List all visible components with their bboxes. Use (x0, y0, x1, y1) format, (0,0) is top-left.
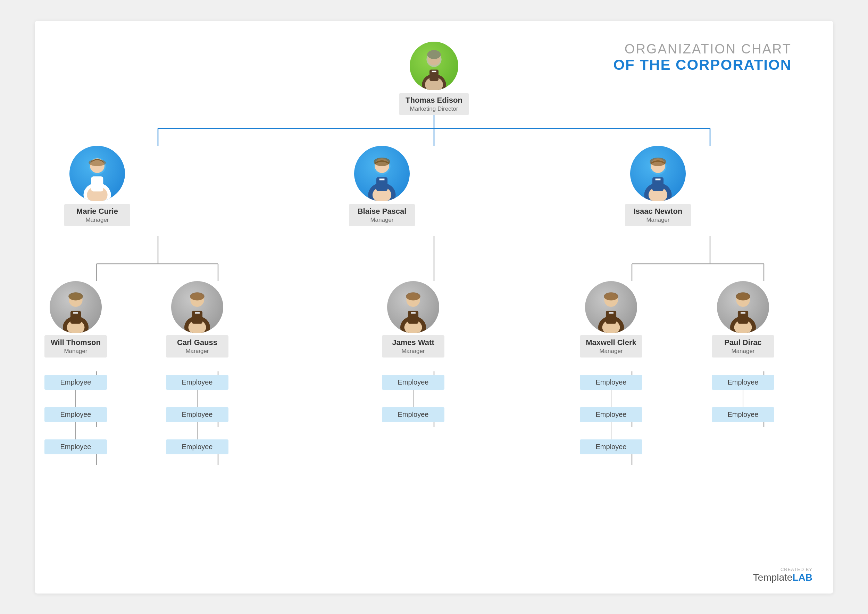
will-person-icon (55, 289, 96, 333)
ceo-role: Marketing Director (404, 105, 464, 112)
watermark: CREATED BY TemplateLAB (753, 567, 812, 583)
isaac-role: Manager (629, 217, 687, 223)
will-emp-3: Employee (45, 439, 107, 454)
marie-name: Marie Curie (68, 207, 126, 216)
james-name-card: James Watt Manager (382, 335, 444, 358)
maxwell-name: Maxwell Clerk (584, 338, 638, 347)
blaise-person-icon (360, 154, 404, 201)
svg-point-39 (89, 159, 106, 166)
brand-text: TemplateLAB (753, 572, 812, 583)
manager-marie-node: Marie Curie Manager (64, 146, 130, 226)
svg-point-77 (604, 292, 618, 300)
blaise-role: Manager (353, 217, 411, 223)
manager-isaac-node: Isaac Newton Manager (625, 146, 691, 226)
carl-emp-line-2 (197, 422, 197, 439)
maxwell-avatar (585, 281, 637, 333)
isaac-person-icon (636, 154, 680, 201)
james-name: James Watt (386, 338, 440, 347)
will-role: Manager (49, 348, 103, 355)
svg-point-59 (68, 292, 83, 300)
carl-emp-1: Employee (166, 375, 228, 390)
marie-name-card: Marie Curie Manager (64, 204, 130, 226)
carl-person-icon (176, 289, 218, 333)
ceo-node: Thomas Edison Marketing Director (399, 42, 469, 115)
svg-rect-57 (73, 312, 78, 314)
carl-role: Manager (170, 348, 224, 355)
svg-rect-63 (195, 312, 200, 314)
ceo-name-card: Thomas Edison Marketing Director (399, 93, 469, 115)
isaac-avatar (630, 146, 686, 201)
james-employees: Employee Employee (382, 375, 444, 422)
carl-name-card: Carl Gauss Manager (166, 335, 228, 358)
james-emp-1: Employee (382, 375, 444, 390)
svg-point-53 (650, 158, 666, 166)
svg-rect-44 (379, 178, 385, 180)
maxwell-role: Manager (584, 348, 638, 355)
svg-rect-81 (741, 312, 745, 314)
svg-rect-75 (609, 312, 613, 314)
isaac-name: Isaac Newton (629, 207, 687, 216)
james-emp-line-1 (413, 390, 413, 407)
paul-avatar (717, 281, 769, 333)
title-line1: ORGANIZATION CHART (613, 42, 792, 57)
svg-point-65 (190, 292, 205, 300)
submanager-paul-node: Paul Dirac Manager Employee Employee (712, 281, 774, 422)
svg-rect-69 (411, 312, 416, 314)
paul-emp-1: Employee (712, 375, 774, 390)
maxwell-emp-2: Employee (580, 407, 642, 422)
will-name-card: Will Thomson Manager (45, 335, 107, 358)
ceo-person-icon (415, 49, 453, 90)
blaise-name-card: Blaise Pascal Manager (349, 204, 415, 226)
carl-emp-line-1 (197, 390, 197, 407)
brand-lab: LAB (792, 572, 812, 583)
marie-person-icon (75, 154, 120, 201)
james-person-icon (392, 289, 434, 333)
marie-role: Manager (68, 217, 126, 223)
paul-person-icon (722, 289, 764, 333)
ceo-avatar (410, 42, 458, 90)
page: ORGANIZATION CHART OF THE CORPORATION CR… (35, 21, 833, 594)
marie-avatar (70, 146, 125, 201)
maxwell-emp-line-2 (611, 422, 612, 439)
will-emp-2: Employee (45, 407, 107, 422)
svg-point-83 (736, 292, 750, 300)
carl-employees: Employee Employee Employee (166, 375, 228, 454)
maxwell-employees: Employee Employee Employee (580, 375, 642, 454)
manager-blaise-node: Blaise Pascal Manager (349, 146, 415, 226)
maxwell-emp-line-1 (611, 390, 612, 407)
maxwell-name-card: Maxwell Clerk Manager (580, 335, 642, 358)
submanager-maxwell-node: Maxwell Clerk Manager Employee Employee … (580, 281, 642, 454)
james-emp-2: Employee (382, 407, 444, 422)
svg-rect-51 (655, 178, 661, 180)
blaise-avatar (354, 146, 410, 201)
svg-rect-31 (432, 71, 436, 72)
title-line2: OF THE CORPORATION (613, 57, 792, 73)
james-role: Manager (386, 348, 440, 355)
will-avatar (50, 281, 102, 333)
blaise-name: Blaise Pascal (353, 207, 411, 216)
maxwell-emp-3: Employee (580, 439, 642, 454)
will-emp-line-2 (75, 422, 76, 439)
james-avatar (387, 281, 439, 333)
created-by-text: CREATED BY (753, 567, 812, 572)
paul-role: Manager (716, 348, 770, 355)
will-employees: Employee Employee Employee (45, 375, 107, 454)
submanager-carl-node: Carl Gauss Manager Employee Employee Emp… (166, 281, 228, 454)
svg-point-71 (406, 292, 421, 300)
will-name: Will Thomson (49, 338, 103, 347)
paul-emp-line-1 (743, 390, 743, 407)
will-emp-line-1 (75, 390, 76, 407)
submanager-will-node: Will Thomson Manager Employee Employee E… (45, 281, 107, 454)
ceo-name: Thomas Edison (404, 96, 464, 105)
maxwell-emp-1: Employee (580, 375, 642, 390)
maxwell-person-icon (590, 289, 632, 333)
brand-template: Template (753, 572, 793, 583)
carl-name: Carl Gauss (170, 338, 224, 347)
svg-rect-37 (91, 176, 104, 191)
title-area: ORGANIZATION CHART OF THE CORPORATION (613, 42, 792, 73)
carl-emp-3: Employee (166, 439, 228, 454)
paul-employees: Employee Employee (712, 375, 774, 422)
carl-emp-2: Employee (166, 407, 228, 422)
paul-name: Paul Dirac (716, 338, 770, 347)
paul-name-card: Paul Dirac Manager (712, 335, 774, 358)
